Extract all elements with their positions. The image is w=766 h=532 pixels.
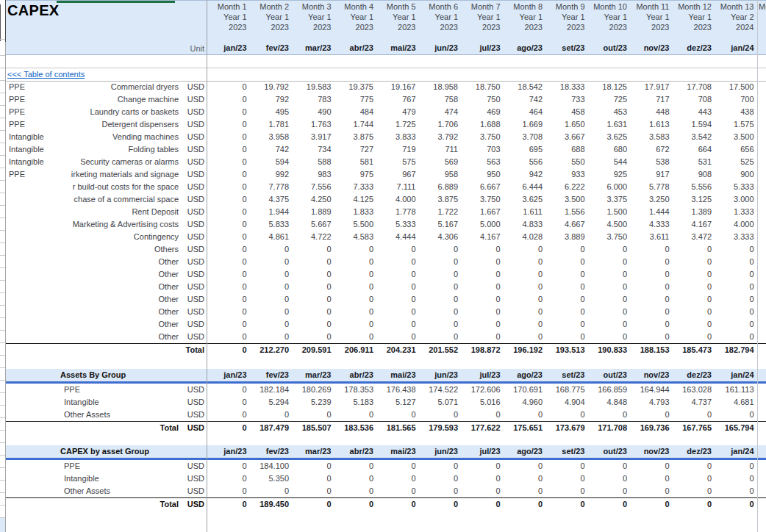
value-cell: 6.889: [419, 181, 462, 193]
year-number: 2023: [545, 22, 588, 32]
gutter-row-line: [0, 168, 5, 168]
value-cell: 0: [673, 281, 715, 293]
value-cell: 1.667: [461, 206, 504, 218]
table-of-contents-link[interactable]: <<< Table of contents: [7, 68, 85, 81]
value-cell: 725: [588, 93, 631, 106]
value-cell: 0: [504, 268, 546, 281]
value-cell: 942: [504, 168, 546, 181]
month-date-label: mar/23: [292, 445, 334, 458]
gutter-row-line: [0, 330, 5, 331]
item-category: PPE: [9, 81, 25, 93]
value-cell: 0: [504, 485, 546, 497]
value-cell: 0: [630, 472, 673, 485]
value-cell: 0: [715, 306, 757, 318]
total-value-cell: 190.833: [588, 344, 631, 356]
value-cell: 0: [504, 318, 546, 331]
value-cell: 18.542: [504, 81, 546, 93]
value-cell: 0: [715, 256, 757, 268]
month-date-label: jul/23: [461, 369, 504, 381]
gutter-row-line: [0, 55, 5, 56]
value-cell: 538: [630, 156, 673, 168]
total-value-cell: 204.231: [376, 344, 419, 356]
header-bottom-border: [6, 54, 766, 55]
value-cell: 1.333: [715, 206, 757, 218]
total-value-cell: 0: [376, 498, 419, 511]
value-cell: 1.611: [504, 206, 546, 218]
value-cell: 1.722: [419, 206, 462, 218]
value-cell: 0: [461, 243, 504, 256]
total-label: Total: [132, 344, 204, 356]
value-cell: 656: [715, 143, 757, 156]
item-unit: USD: [154, 193, 204, 206]
value-cell: 0: [207, 256, 250, 268]
value-cell: 0: [376, 293, 419, 306]
value-cell: 742: [250, 143, 293, 156]
value-cell: 0: [376, 318, 419, 331]
value-cell: 3.958: [250, 131, 293, 143]
item-unit: USD: [154, 218, 204, 231]
value-cell: 0: [504, 331, 546, 343]
capex-spreadsheet: CAPEX Unit <<< Table of contents Month 1…: [0, 0, 766, 532]
value-cell: 1.669: [504, 118, 546, 131]
gutter-row-line: [0, 505, 5, 506]
value-cell: 0: [419, 409, 462, 421]
value-cell: 7.778: [250, 181, 293, 193]
value-cell: 0: [207, 156, 250, 168]
value-cell: 0: [207, 106, 250, 118]
value-cell: 0: [630, 281, 673, 293]
value-cell: 1.500: [588, 206, 631, 218]
item-unit: USD: [154, 118, 204, 131]
gutter-row-line: [0, 242, 5, 243]
capex-by-asset-group-header-row: CAPEX by asset Groupjan/23fev/23mar/23ab…: [6, 445, 766, 458]
value-cell: 0: [673, 293, 715, 306]
value-cell: 0: [715, 243, 757, 256]
value-cell: 3.875: [334, 131, 377, 143]
gutter-row-line: [0, 367, 5, 368]
total-value-cell: 206.911: [334, 344, 377, 356]
value-cell: 0: [715, 268, 757, 281]
value-cell: 1.444: [630, 206, 673, 218]
value-cell: 975: [334, 168, 377, 181]
total-value-cell: 0: [334, 498, 377, 511]
year-label: Year 1: [419, 12, 462, 22]
value-cell: 18.750: [461, 81, 504, 93]
value-cell: 727: [334, 143, 377, 156]
value-cell: 18.333: [545, 81, 588, 93]
month-name-label: Month 10: [588, 1, 631, 12]
value-cell: 4.737: [673, 396, 715, 409]
item-unit: USD: [154, 181, 204, 193]
item-category: PPE: [9, 93, 25, 106]
value-cell: 7.333: [334, 181, 377, 193]
value-cell: 0: [545, 318, 588, 331]
value-cell: 0: [207, 384, 250, 396]
value-cell: 180.269: [292, 384, 334, 396]
value-cell: 3.500: [715, 131, 757, 143]
total-value-cell: 175.651: [504, 422, 546, 434]
value-cell: 3.000: [715, 193, 757, 206]
frozen-pane-border: [207, 0, 207, 532]
value-cell: 19.792: [250, 81, 293, 93]
value-cell: 0: [461, 472, 504, 485]
total-value-cell: 0: [715, 498, 757, 511]
value-cell: 5.016: [461, 396, 504, 409]
month-date-label: out/23: [588, 369, 631, 381]
value-cell: 0: [588, 281, 631, 293]
value-cell: 4.000: [715, 218, 757, 231]
value-cell: 3.472: [673, 231, 715, 243]
year-number: 2023: [504, 22, 546, 32]
value-cell: 0: [334, 485, 377, 497]
group-label: Other Assets: [64, 409, 110, 421]
value-cell: 0: [504, 460, 546, 472]
value-cell: 0: [673, 485, 715, 497]
value-cell: 0: [207, 118, 250, 131]
gutter-row-line: [0, 355, 5, 356]
item-category: Intangible: [9, 131, 44, 143]
gutter-row-line: [0, 193, 5, 193]
value-cell: 6.222: [545, 181, 588, 193]
value-cell: 0: [250, 331, 293, 343]
value-cell: 5.350: [250, 472, 293, 485]
value-cell: 1.556: [545, 206, 588, 218]
value-cell: 708: [673, 93, 715, 106]
value-cell: 0: [588, 460, 631, 472]
value-cell: 0: [419, 306, 462, 318]
